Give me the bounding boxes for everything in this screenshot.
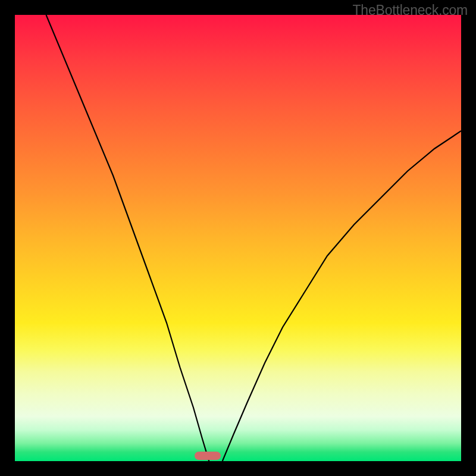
watermark-text: TheBottleneck.com [353, 2, 468, 18]
chart-frame: TheBottleneck.com [0, 0, 476, 476]
notch-marker [195, 452, 221, 460]
curve-overlay [15, 15, 461, 461]
bottleneck-curve-left [46, 15, 209, 461]
bottleneck-curve-right [223, 131, 461, 461]
